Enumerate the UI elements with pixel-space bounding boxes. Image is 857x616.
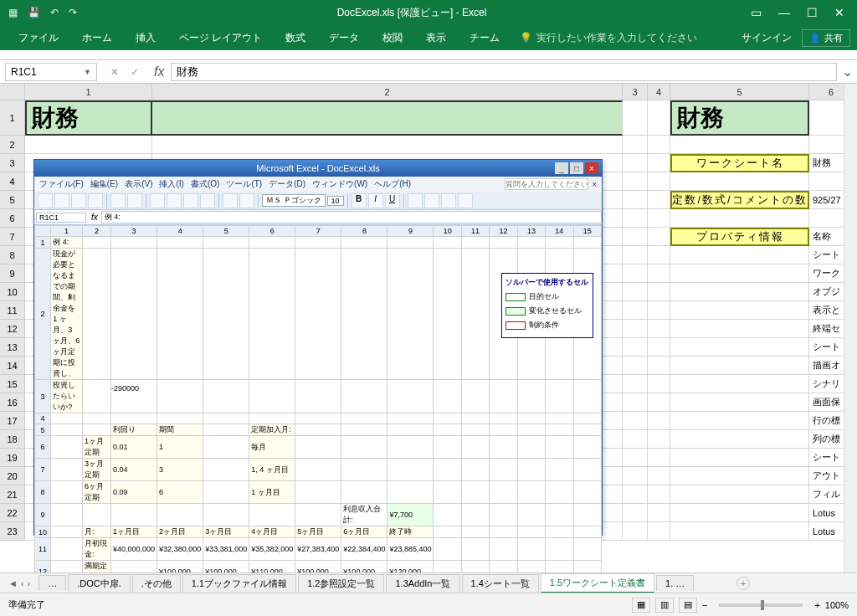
cell[interactable]: [648, 338, 670, 357]
cell[interactable]: [623, 393, 648, 412]
tab-team[interactable]: チーム: [458, 25, 511, 50]
cell[interactable]: [670, 467, 809, 485]
page-break-view-icon[interactable]: ▤: [679, 598, 697, 613]
cell[interactable]: [648, 485, 670, 504]
cell[interactable]: [648, 100, 670, 136]
cell[interactable]: [623, 154, 648, 172]
cell[interactable]: [648, 264, 670, 283]
sheet-tab[interactable]: 1.3AddIn一覧: [386, 574, 459, 593]
cell-title[interactable]: 財務: [25, 100, 152, 136]
cell[interactable]: [648, 301, 670, 320]
cell[interactable]: [648, 430, 670, 449]
cell[interactable]: [670, 412, 809, 430]
sheet-tab[interactable]: 1.5ワークシート定義書: [541, 573, 654, 593]
zoom-level[interactable]: 100%: [825, 600, 849, 610]
cell[interactable]: [670, 338, 809, 357]
cell[interactable]: [623, 504, 648, 522]
cell[interactable]: [623, 357, 648, 375]
worksheet-grid[interactable]: 1 2 3 4 5 6 1財務 財務23ワークシート名財務45定数/数式/コメン…: [0, 84, 857, 578]
zoom-out-button[interactable]: −: [702, 600, 707, 610]
cell[interactable]: [623, 467, 648, 485]
cell[interactable]: [623, 522, 648, 541]
cell[interactable]: [25, 136, 152, 154]
cell[interactable]: [623, 136, 648, 154]
tab-insert[interactable]: 挿入: [124, 25, 167, 50]
cell[interactable]: [648, 467, 670, 485]
cell[interactable]: [648, 136, 670, 154]
cell[interactable]: [670, 504, 809, 522]
cell[interactable]: [648, 246, 670, 264]
cell[interactable]: [670, 209, 809, 228]
col-header[interactable]: 5: [670, 84, 809, 100]
cell[interactable]: [670, 357, 809, 375]
cell[interactable]: [670, 301, 809, 320]
zoom-in-button[interactable]: +: [814, 600, 819, 610]
row-header[interactable]: 1: [0, 100, 25, 136]
cell[interactable]: [152, 136, 623, 154]
tab-formulas[interactable]: 数式: [274, 25, 317, 50]
tab-nav-first-icon[interactable]: ◄: [8, 578, 18, 588]
row-header[interactable]: 3: [0, 154, 25, 172]
cancel-formula-icon[interactable]: ✕: [110, 66, 119, 78]
sheet-tab[interactable]: 1.4シート一覧: [462, 574, 539, 593]
tell-me[interactable]: 💡 実行したい作業を入力してください: [520, 31, 697, 45]
cell[interactable]: [623, 209, 648, 228]
cell[interactable]: [670, 430, 809, 449]
cell[interactable]: [648, 375, 670, 393]
new-sheet-button[interactable]: +: [736, 577, 750, 590]
cell[interactable]: [623, 375, 648, 393]
tab-home[interactable]: ホーム: [70, 25, 124, 50]
row-header[interactable]: 13: [0, 338, 25, 357]
close-icon[interactable]: ✕: [834, 6, 844, 19]
col-header[interactable]: 4: [648, 84, 670, 100]
cell[interactable]: [623, 412, 648, 430]
cell[interactable]: [648, 320, 670, 338]
redo-icon[interactable]: ↷: [69, 7, 77, 18]
cell[interactable]: [623, 301, 648, 320]
cell[interactable]: [648, 209, 670, 228]
cell[interactable]: [648, 449, 670, 467]
cell[interactable]: [670, 283, 809, 301]
maximize-icon[interactable]: ☐: [807, 6, 818, 19]
row-header[interactable]: 10: [0, 283, 25, 301]
row-header[interactable]: 14: [0, 357, 25, 375]
ribbon-display-icon[interactable]: ▭: [751, 6, 762, 19]
chevron-down-icon[interactable]: ▼: [84, 68, 91, 76]
vertical-scrollbar[interactable]: [844, 84, 857, 578]
cell[interactable]: [623, 430, 648, 449]
cell[interactable]: [648, 522, 670, 541]
row-header[interactable]: 11: [0, 301, 25, 320]
cell[interactable]: [623, 246, 648, 264]
signin-link[interactable]: サインイン: [742, 31, 792, 45]
cell[interactable]: [623, 264, 648, 283]
cell[interactable]: [648, 172, 670, 191]
col-header[interactable]: 3: [623, 84, 648, 100]
row-header[interactable]: 6: [0, 209, 25, 228]
zoom-slider[interactable]: [719, 603, 803, 607]
share-button[interactable]: 👤 共有: [802, 29, 850, 47]
cell[interactable]: [648, 154, 670, 172]
row-header[interactable]: 23: [0, 522, 25, 541]
row-header[interactable]: 19: [0, 449, 25, 467]
cell[interactable]: [623, 338, 648, 357]
row-header[interactable]: 5: [0, 191, 25, 209]
row-header[interactable]: 20: [0, 467, 25, 485]
cell[interactable]: [648, 191, 670, 209]
embedded-image[interactable]: Microsoft Excel - DocExcel.xls _ □ × ファイ…: [33, 159, 603, 536]
sheet-tab[interactable]: 1.1ブックファイル情報: [182, 574, 296, 593]
sheet-tab[interactable]: .DOC中扉.: [68, 574, 131, 593]
enter-formula-icon[interactable]: ✓: [131, 66, 139, 78]
cell[interactable]: [623, 228, 648, 246]
row-header[interactable]: 15: [0, 375, 25, 393]
cell[interactable]: [670, 264, 809, 283]
save-icon[interactable]: 💾: [28, 7, 40, 18]
tab-nav-next-icon[interactable]: ›: [28, 578, 31, 588]
cell-title[interactable]: 財務: [670, 100, 809, 136]
cell[interactable]: [670, 375, 809, 393]
row-header[interactable]: 4: [0, 172, 25, 191]
row-header[interactable]: 9: [0, 264, 25, 283]
tab-review[interactable]: 校閲: [371, 25, 414, 50]
cell[interactable]: [648, 393, 670, 412]
row-header[interactable]: 22: [0, 504, 25, 522]
cell[interactable]: [648, 412, 670, 430]
